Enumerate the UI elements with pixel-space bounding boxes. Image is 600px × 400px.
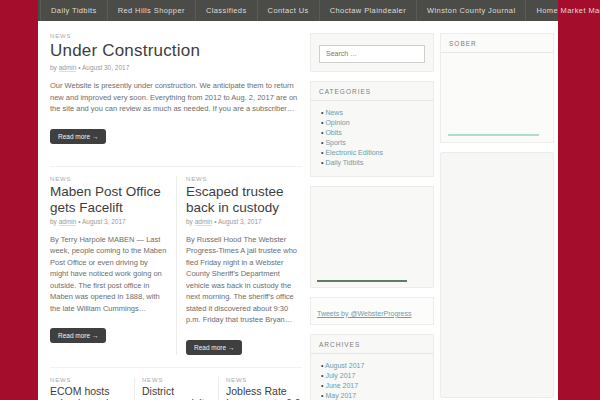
main-column: NEWS Under Construction by admin • Augus…	[50, 33, 302, 400]
article-row-3: NEWS ECOM hosts school supply giveaway b…	[50, 367, 302, 400]
archives-title: Archives	[311, 335, 433, 354]
article-byline: by admin • August 30, 2017	[50, 64, 302, 71]
sober-widget: SOBER	[440, 33, 554, 143]
category-link-opinion[interactable]: Opinion	[325, 119, 349, 126]
article-date: August 3, 2017	[218, 218, 262, 225]
twitter-loading-bar	[317, 280, 407, 282]
archives-widget: Archives August 2017 July 2017 June 2017…	[310, 334, 434, 400]
category-item: Opinion	[321, 118, 425, 128]
article-excerpt: By Terry Harpole MABEN — Last week, peop…	[50, 234, 167, 315]
article-title[interactable]: Maben Post Office gets Facelift	[50, 184, 167, 216]
archive-item: June 2017	[321, 381, 425, 391]
article-under-construction: NEWS Under Construction by admin • Augus…	[50, 33, 302, 144]
article-maben-post-office: NEWS Maben Post Office gets Facelift by …	[50, 176, 176, 355]
article-byline: by admin • August 3, 2017	[50, 218, 167, 225]
category-item: Daily Tidbits	[321, 158, 425, 168]
article-date: August 30, 2017	[82, 64, 129, 71]
archive-link-june-2017[interactable]: June 2017	[325, 382, 358, 389]
archive-item: May 2017	[321, 391, 425, 400]
byline-prefix: by	[186, 218, 193, 225]
byline-sep: •	[78, 218, 80, 225]
category-item: News	[321, 108, 425, 118]
tweets-link-bar: Tweets by @WebsterProgress	[310, 297, 434, 325]
sidebar: Categories News Opinion Obits Sports Ele…	[310, 33, 434, 400]
byline-sep: •	[78, 64, 80, 71]
category-link-electronic-editions[interactable]: Electronic Editions	[325, 149, 383, 156]
read-more-button[interactable]: Read more →	[186, 340, 242, 355]
author-link[interactable]: admin	[59, 64, 77, 72]
content-area: NEWS Under Construction by admin • Augus…	[38, 21, 558, 400]
category-link-obits[interactable]: Obits	[325, 129, 341, 136]
archives-list: August 2017 July 2017 June 2017 May 2017…	[311, 354, 433, 400]
nav-item-daily-tidbits[interactable]: Daily Tidbits	[40, 0, 108, 21]
right-sidebar: SOBER	[440, 33, 554, 400]
read-more-button[interactable]: Read more →	[50, 328, 106, 343]
article-title[interactable]: District governor visits Rotary Club	[142, 385, 211, 400]
archive-link-july-2017[interactable]: July 2017	[325, 372, 355, 379]
search-input[interactable]	[319, 45, 425, 63]
categories-widget: Categories News Opinion Obits Sports Ele…	[310, 81, 434, 177]
article-category: NEWS	[50, 176, 167, 182]
article-category: NEWS	[142, 377, 211, 383]
author-link[interactable]: admin	[59, 218, 77, 226]
page-container: Daily Tidbits Red Hills Shopper Classifi…	[38, 0, 558, 400]
byline-prefix: by	[50, 64, 57, 71]
category-link-sports[interactable]: Sports	[325, 139, 345, 146]
category-item: Electronic Editions	[321, 148, 425, 158]
categories-title: Categories	[311, 82, 433, 101]
article-title[interactable]: Escaped trustee back in custody	[186, 184, 302, 216]
sober-loading-bar	[448, 134, 539, 136]
article-district-governor: NEWS District governor visits Rotary Clu…	[134, 377, 218, 400]
category-link-news[interactable]: News	[325, 109, 343, 116]
archive-link-august-2017[interactable]: August 2017	[325, 362, 364, 369]
article-ecom-giveaway: NEWS ECOM hosts school supply giveaway b…	[50, 377, 134, 400]
article-category: NEWS	[226, 377, 302, 383]
ad-placeholder-box	[440, 152, 554, 398]
search-widget	[310, 33, 434, 72]
article-excerpt: By Russell Hood The Webster Progress-Tim…	[186, 234, 302, 326]
article-byline: by admin • August 3, 2017	[186, 218, 302, 225]
nav-item-red-hills-shopper[interactable]: Red Hills Shopper	[108, 0, 196, 21]
article-category: NEWS	[50, 33, 302, 39]
categories-list: News Opinion Obits Sports Electronic Edi…	[311, 101, 433, 176]
top-nav: Daily Tidbits Red Hills Shopper Classifi…	[38, 0, 558, 21]
archive-link-may-2017[interactable]: May 2017	[325, 392, 356, 399]
article-row-2: NEWS Maben Post Office gets Facelift by …	[50, 166, 302, 355]
article-title[interactable]: ECOM hosts school supply giveaway	[50, 385, 127, 400]
byline-prefix: by	[50, 218, 57, 225]
article-category: NEWS	[50, 377, 127, 383]
sober-title: SOBER	[441, 34, 553, 53]
category-item: Sports	[321, 138, 425, 148]
read-more-button[interactable]: Read more →	[50, 129, 106, 144]
article-escaped-trustee: NEWS Escaped trustee back in custody by …	[176, 176, 302, 355]
archive-item: August 2017	[321, 361, 425, 371]
byline-sep: •	[214, 218, 216, 225]
nav-item-home-market-magazine[interactable]: Home Market Magazine	[526, 0, 600, 21]
category-link-daily-tidbits[interactable]: Daily Tidbits	[325, 159, 363, 166]
article-title[interactable]: Jobless Rate Increases to 6.9 Percent	[226, 385, 302, 400]
archive-item: July 2017	[321, 371, 425, 381]
nav-item-contact-us[interactable]: Contact Us	[258, 0, 320, 21]
nav-item-winston-county-journal[interactable]: Winston County Journal	[417, 0, 526, 21]
tweets-link[interactable]: Tweets by @WebsterProgress	[317, 310, 412, 317]
nav-item-choctaw-plaindealer[interactable]: Choctaw Plaindealer	[320, 0, 417, 21]
author-link[interactable]: admin	[195, 218, 213, 226]
nav-item-classifieds[interactable]: Classifieds	[196, 0, 258, 21]
article-excerpt: Our Website is presently under construct…	[50, 80, 302, 115]
article-date: August 3, 2017	[82, 218, 126, 225]
article-jobless-rate: NEWS Jobless Rate Increases to 6.9 Perce…	[218, 377, 302, 400]
category-item: Obits	[321, 128, 425, 138]
article-category: NEWS	[186, 176, 302, 182]
article-title[interactable]: Under Construction	[50, 41, 302, 61]
twitter-widget-placeholder	[310, 186, 434, 288]
